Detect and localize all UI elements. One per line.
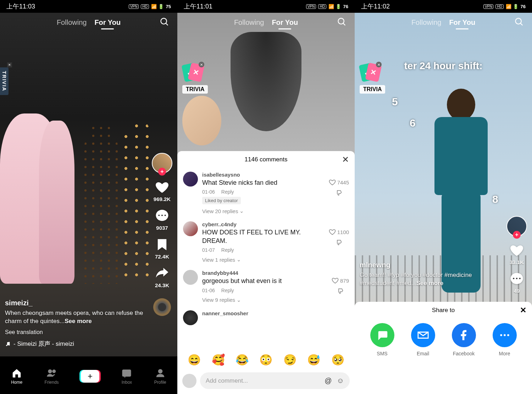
svg-point-12 — [338, 18, 344, 24]
svg-line-1 — [166, 23, 168, 25]
share-header: Share to ✕ — [355, 302, 532, 319]
svg-point-4 — [161, 215, 163, 216]
tab-for-you[interactable]: For You — [94, 18, 121, 27]
svg-point-21 — [504, 334, 506, 336]
comment-like-button[interactable]: 1100 — [329, 228, 349, 235]
comment-like-button[interactable]: 7445 — [329, 179, 349, 186]
commenter-avatar[interactable] — [183, 221, 198, 236]
emoji-option[interactable]: 😳 — [259, 354, 272, 366]
comment-input[interactable]: Add comment... @ ☺ — [200, 372, 350, 389]
music-info[interactable]: - Simeizi 原声 - simeizi — [5, 340, 145, 348]
close-icon[interactable]: ✕ — [520, 306, 526, 315]
tab-following[interactable]: Following — [411, 18, 441, 27]
svg-line-13 — [343, 23, 345, 25]
nav-profile[interactable]: Profile — [154, 368, 166, 385]
share-more[interactable]: More — [493, 323, 517, 356]
video-caption[interactable]: Go team!! #fyp #foryou #doctor #medicine… — [360, 271, 493, 288]
tab-for-you[interactable]: For You — [272, 18, 298, 27]
trivia-close-icon[interactable]: ✕ — [7, 62, 12, 67]
emoji-option[interactable]: 🥰 — [212, 354, 225, 366]
comment-button[interactable]: 49 — [509, 272, 524, 294]
see-more-button[interactable]: See more — [65, 318, 92, 324]
comments-sheet: 1146 comments ✕ isabellesaysno What Stev… — [177, 151, 355, 394]
my-avatar[interactable] — [182, 374, 196, 388]
battery-level: 75 — [166, 4, 171, 9]
see-translation-button[interactable]: See translation — [5, 329, 145, 335]
status-bar: 上午11:01 VPN HD 📶 🔋76 — [177, 0, 355, 13]
video-overlay-text: ter 24 hour shift: — [404, 60, 483, 72]
emoji-option[interactable]: 😄 — [188, 354, 201, 366]
comment-item: cyberr..c4ndy HOW DOES IT FEEL TO LIVE M… — [183, 218, 349, 266]
share-sms[interactable]: SMS — [370, 323, 394, 356]
comment-like-button[interactable]: 879 — [332, 277, 349, 284]
trivia-close-icon[interactable]: ✕ — [376, 62, 382, 67]
commenter-username[interactable]: nanner_smoosher — [202, 310, 349, 316]
creator-username[interactable]: simeizi_ — [5, 299, 145, 307]
like-button[interactable]: 969.2K — [154, 180, 171, 202]
reply-button[interactable]: Reply — [221, 247, 234, 253]
comment-dislike-button[interactable] — [335, 189, 342, 198]
svg-point-9 — [52, 370, 55, 373]
comment-dislike-button[interactable] — [337, 288, 344, 296]
video-info: simeizi_ When cheongsam meets opera, who… — [5, 299, 145, 348]
mention-icon[interactable]: @ — [325, 377, 332, 385]
view-replies-button[interactable]: View 20 replies ⌄ — [202, 208, 325, 214]
comment-count: 9037 — [156, 225, 168, 231]
creator-avatar[interactable]: + — [506, 216, 527, 237]
tab-for-you[interactable]: For You — [449, 18, 475, 27]
svg-point-7 — [9, 344, 10, 345]
view-replies-button[interactable]: View 1 replies ⌄ — [202, 256, 325, 263]
trivia-close-icon[interactable]: ✕ — [199, 62, 204, 67]
search-icon[interactable] — [160, 17, 170, 28]
comments-list[interactable]: isabellesaysno What Stevie nicks fan die… — [177, 168, 355, 350]
nav-create-button[interactable] — [81, 370, 99, 383]
video-content-face — [182, 96, 221, 145]
view-replies-button[interactable]: View 9 replies ⌄ — [202, 297, 327, 303]
tab-following[interactable]: Following — [234, 18, 264, 27]
commenter-avatar[interactable] — [183, 310, 198, 325]
share-facebook[interactable]: Facebook — [452, 323, 476, 356]
share-email[interactable]: Email — [411, 323, 435, 356]
see-more-button[interactable]: See more — [416, 280, 444, 287]
nav-friends[interactable]: Friends — [45, 368, 59, 385]
commenter-avatar[interactable] — [183, 172, 198, 187]
emoji-icon[interactable]: ☺ — [337, 377, 344, 385]
status-bar: 上午11:02 VPN HD 📶 🔋76 — [355, 0, 532, 13]
emoji-option[interactable]: 😅 — [307, 354, 320, 366]
status-time: 上午11:02 — [361, 2, 390, 11]
trivia-badge[interactable]: ✕ TRIVIA — [360, 64, 385, 94]
top-nav: Following For You — [355, 14, 532, 31]
nav-inbox[interactable]: Inbox — [121, 368, 132, 385]
reply-button[interactable]: Reply — [221, 288, 234, 293]
top-nav: Following For You — [0, 14, 177, 31]
music-disc-icon[interactable] — [153, 298, 171, 316]
emoji-option[interactable]: 😂 — [235, 354, 249, 366]
emoji-option[interactable]: 😏 — [283, 354, 297, 366]
video-caption[interactable]: When cheongsam meets opera, who can refu… — [5, 309, 145, 326]
commenter-username[interactable]: cyberr..c4ndy — [202, 221, 325, 227]
emoji-option[interactable]: 🥺 — [331, 354, 344, 366]
creator-username[interactable]: mlnewng — [360, 261, 493, 269]
video-content — [0, 99, 177, 291]
creator-avatar[interactable]: + — [152, 153, 172, 173]
close-icon[interactable]: ✕ — [342, 155, 349, 165]
phone-screen-3: 上午11:02 VPN HD 📶 🔋76 Following For You ✕… — [355, 0, 532, 394]
trivia-badge[interactable]: ✕ TRIVIA — [182, 64, 208, 94]
svg-point-19 — [519, 278, 521, 279]
nav-home[interactable]: Home — [11, 368, 22, 385]
video-content — [231, 32, 301, 131]
comment-button[interactable]: 9037 — [155, 209, 170, 231]
like-button[interactable]: 33.1K — [509, 243, 524, 265]
comment-dislike-button[interactable] — [335, 239, 342, 248]
search-icon[interactable] — [337, 17, 347, 28]
save-button[interactable]: 72.4K — [155, 237, 170, 260]
commenter-avatar[interactable] — [183, 270, 198, 285]
tab-following[interactable]: Following — [57, 18, 87, 27]
share-button[interactable]: 24.3K — [155, 266, 170, 288]
overlay-number: 5 — [392, 96, 398, 108]
reply-button[interactable]: Reply — [221, 189, 234, 195]
search-icon[interactable] — [514, 17, 524, 28]
commenter-username[interactable]: isabellesaysno — [202, 172, 325, 178]
trivia-badge[interactable]: TRIVIA — [0, 67, 9, 95]
commenter-username[interactable]: brandybby444 — [202, 270, 327, 276]
